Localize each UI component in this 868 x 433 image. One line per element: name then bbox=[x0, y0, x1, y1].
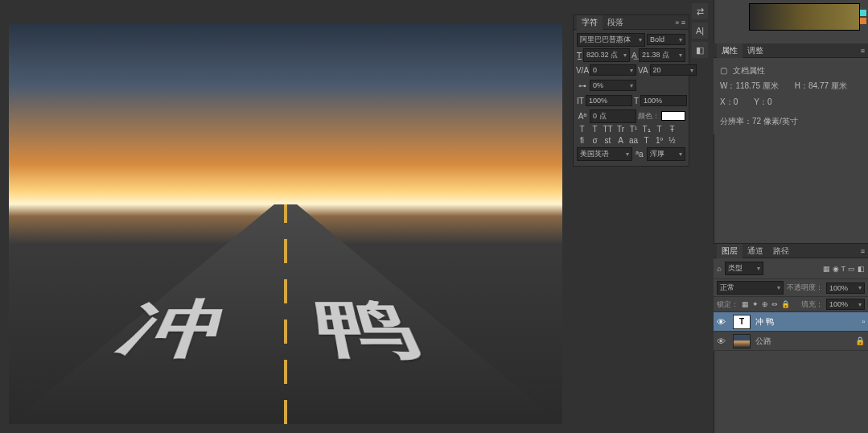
tab-paragraph[interactable]: 段落 bbox=[603, 15, 628, 30]
fill-input[interactable]: 100%▾ bbox=[826, 299, 865, 310]
text-color-swatch[interactable] bbox=[661, 111, 685, 121]
hscale-input[interactable]: 100% bbox=[640, 95, 687, 106]
visibility-toggle[interactable]: 👁 bbox=[717, 317, 728, 327]
leading-input[interactable]: 21.38 点▾ bbox=[639, 48, 685, 62]
filter-search-icon[interactable]: ⌕ bbox=[717, 264, 722, 273]
filter-adjust-icon[interactable]: ◉ bbox=[833, 265, 839, 273]
tab-channels[interactable]: 通道 bbox=[743, 244, 768, 258]
filter-pixel-icon[interactable]: ▦ bbox=[823, 265, 830, 273]
opacity-label: 不透明度： bbox=[787, 282, 823, 293]
strikethrough[interactable]: Ŧ bbox=[667, 125, 677, 134]
prop-height: H：84.77 厘米 bbox=[795, 80, 847, 93]
layer-text[interactable]: 👁 T 冲 鸭 ▫ bbox=[714, 312, 868, 332]
props-menu-icon[interactable]: ≡ bbox=[861, 47, 865, 55]
baseline-icon: Aª bbox=[577, 112, 588, 121]
alt-lig[interactable]: σ bbox=[590, 136, 600, 145]
tracking2-icon: ⊶ bbox=[577, 81, 588, 90]
prop-y: Y：0 bbox=[754, 96, 771, 109]
filter-smart-icon[interactable]: ◧ bbox=[858, 265, 865, 273]
navigator-preview[interactable] bbox=[749, 3, 860, 31]
swash[interactable]: A bbox=[615, 136, 626, 145]
kerning-icon: V/A bbox=[577, 66, 588, 75]
layer-thumbnail bbox=[733, 334, 751, 348]
fontsize-icon: T̲ bbox=[577, 51, 582, 60]
prop-resolution: 分辨率：72 像素/英寸 bbox=[720, 115, 862, 128]
side-icon-2[interactable]: A| bbox=[692, 23, 708, 39]
lock-image-icon[interactable]: ✦ bbox=[752, 300, 759, 308]
filter-type-icon[interactable]: T bbox=[841, 265, 846, 273]
side-icon-3[interactable]: ◧ bbox=[692, 42, 708, 58]
font-size-input[interactable]: 820.32 点▾ bbox=[583, 48, 630, 62]
faux-bold[interactable]: T bbox=[577, 125, 587, 134]
vscale-icon: IT bbox=[577, 97, 584, 105]
aa-icon: ªa bbox=[634, 150, 645, 159]
side-icon-strip: ⇄ A| ◧ bbox=[692, 3, 711, 58]
subscript[interactable]: T₁ bbox=[641, 125, 652, 134]
color-chip-1[interactable] bbox=[860, 10, 866, 16]
stylistic[interactable]: aa bbox=[628, 136, 639, 145]
lock-position-icon[interactable]: ⊕ bbox=[762, 300, 768, 308]
ligatures[interactable]: fi bbox=[577, 136, 587, 145]
fractions[interactable]: ½ bbox=[667, 136, 677, 145]
prop-x: X：0 bbox=[720, 96, 738, 109]
kerning-input[interactable]: 0▾ bbox=[590, 64, 636, 76]
layer-lock-icon[interactable]: 🔒 bbox=[855, 336, 865, 345]
baseline-input[interactable]: 0 点 bbox=[590, 109, 636, 123]
prop-width: W：118.75 厘米 bbox=[720, 80, 779, 93]
fill-label: 填充： bbox=[793, 299, 823, 310]
side-icon-1[interactable]: ⇄ bbox=[692, 3, 708, 19]
all-caps[interactable]: TT bbox=[603, 125, 613, 134]
document-icon: ▢ bbox=[720, 64, 727, 77]
font-family-select[interactable]: 阿里巴巴普惠体▾ bbox=[577, 33, 645, 47]
tab-adjustments[interactable]: 调整 bbox=[743, 43, 768, 58]
vscale-input[interactable]: 100% bbox=[586, 95, 632, 106]
layer-name[interactable]: 冲 鸭 bbox=[755, 316, 857, 328]
text-style-row2: fi σ st A aa T 1º ½ bbox=[577, 136, 685, 145]
filter-shape-icon[interactable]: ▭ bbox=[848, 265, 855, 273]
leading-icon: A͟ bbox=[631, 51, 637, 60]
layers-panel: 图层 通道 路径 ≡ ⌕ 类型▾ ▦ ◉ T ▭ ◧ 正常▾ 不透明度： 100… bbox=[714, 243, 868, 351]
color-label: 颜色： bbox=[638, 111, 660, 122]
tab-paths[interactable]: 路径 bbox=[768, 244, 794, 258]
faux-italic[interactable]: T bbox=[590, 125, 600, 134]
language-select[interactable]: 美国英语▾ bbox=[577, 147, 632, 161]
antialiasing-select[interactable]: 浑厚▾ bbox=[647, 147, 685, 161]
tab-character[interactable]: 字符 bbox=[577, 15, 603, 30]
tracking-input[interactable]: 20▾ bbox=[650, 64, 697, 76]
font-weight-select[interactable]: Bold▾ bbox=[647, 34, 685, 45]
lock-transparent-icon[interactable]: ▦ bbox=[742, 300, 749, 308]
character-panel: 字符 段落 » ≡ 阿里巴巴普惠体▾ Bold▾ T̲ 820.32 点▾ A͟… bbox=[573, 14, 689, 167]
opacity-input[interactable]: 100%▾ bbox=[826, 282, 865, 294]
superscript[interactable]: T¹ bbox=[628, 125, 639, 134]
hscale-icon: T bbox=[634, 97, 639, 105]
layer-name[interactable]: 公路 bbox=[755, 336, 850, 347]
ordinals[interactable]: 1º bbox=[654, 136, 664, 145]
layer-filter-kind[interactable]: 类型▾ bbox=[725, 262, 763, 275]
tab-properties[interactable]: 属性 bbox=[717, 43, 743, 58]
tracking-icon: VA bbox=[638, 66, 648, 75]
small-caps[interactable]: Tr bbox=[615, 125, 626, 134]
blend-mode-select[interactable]: 正常▾ bbox=[717, 281, 784, 295]
text-style-row1: T T TT Tr T¹ T₁ T Ŧ bbox=[577, 125, 685, 134]
layer-image[interactable]: 👁 公路 🔒 bbox=[714, 332, 868, 351]
tracking2-input[interactable]: 0%▾ bbox=[590, 80, 636, 91]
visibility-toggle[interactable]: 👁 bbox=[717, 336, 728, 346]
properties-panel: 属性 调整 ≡ ▢ 文档属性 W：118.75 厘米 H：84.77 厘米 X：… bbox=[714, 43, 868, 134]
layer-thumbnail: T bbox=[733, 315, 751, 329]
layers-menu-icon[interactable]: ≡ bbox=[861, 247, 865, 255]
tab-layers[interactable]: 图层 bbox=[717, 244, 743, 258]
canvas[interactable]: 冲 鸭 bbox=[9, 24, 562, 424]
titling[interactable]: T bbox=[641, 136, 652, 145]
panel-collapse[interactable]: » ≡ bbox=[675, 19, 685, 27]
right-dock: 属性 调整 ≡ ▢ 文档属性 W：118.75 厘米 H：84.77 厘米 X：… bbox=[714, 0, 868, 433]
color-chip-2[interactable] bbox=[860, 18, 866, 24]
canvas-text[interactable]: 冲 鸭 bbox=[98, 290, 473, 376]
props-title: 文档属性 bbox=[733, 64, 765, 77]
underline[interactable]: T bbox=[654, 125, 664, 134]
disc-lig[interactable]: st bbox=[603, 136, 613, 145]
layer-effects-icon[interactable]: ▫ bbox=[862, 317, 865, 326]
lock-artboard-icon[interactable]: ⇔ bbox=[771, 300, 778, 308]
lock-label: 锁定： bbox=[717, 299, 738, 310]
lock-all-icon[interactable]: 🔒 bbox=[781, 300, 790, 308]
